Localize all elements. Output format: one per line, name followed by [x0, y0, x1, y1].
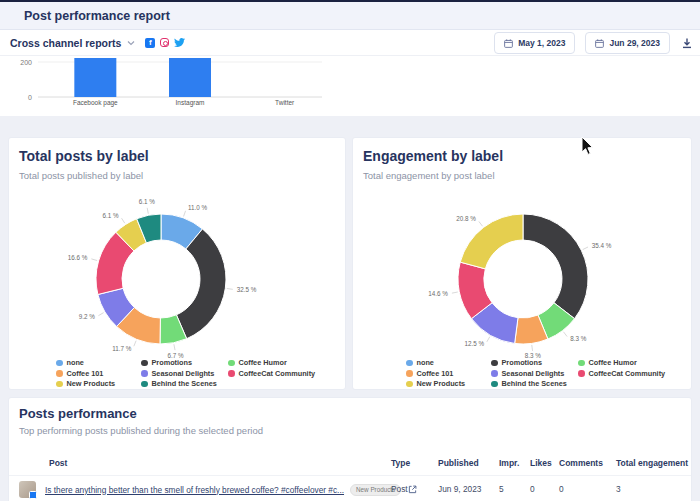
legend-item[interactable]: Coffee Humor — [228, 358, 315, 368]
table-row: Is there anything better than the smell … — [19, 480, 417, 499]
card-title: Posts performance — [19, 406, 137, 421]
legend-color-dot — [141, 360, 148, 367]
legend-label: none — [417, 358, 434, 367]
svg-text:0: 0 — [28, 94, 32, 101]
bar[interactable] — [74, 58, 116, 97]
legend-color-dot — [228, 370, 235, 377]
legend-color-dot — [491, 370, 498, 377]
svg-text:200: 200 — [20, 59, 32, 66]
table-divider — [9, 475, 691, 476]
column-header-published[interactable]: Published — [438, 458, 479, 468]
legend-color-dot — [141, 381, 148, 388]
card-subtitle: Top performing posts published during th… — [19, 425, 263, 436]
download-report-button[interactable] — [680, 36, 694, 50]
chart-legend: noneCoffee 101New ProductsPromotionsSeas… — [9, 358, 345, 390]
legend-item[interactable]: Coffee 101 — [406, 369, 465, 379]
legend-color-dot — [228, 360, 235, 367]
channel-icons: f — [145, 37, 185, 48]
legend-item[interactable]: CoffeeCat Community — [578, 369, 665, 379]
legend-item[interactable]: none — [406, 358, 465, 368]
post-performance-report-page: Post performance report Cross channel re… — [0, 0, 700, 501]
date-from-value: May 1, 2023 — [518, 38, 565, 48]
legend-label: Seasonal Delights — [502, 369, 565, 378]
svg-text:35.4 %: 35.4 % — [592, 242, 612, 249]
column-header-comments[interactable]: Comments — [559, 458, 603, 468]
legend-item[interactable]: Coffee 101 — [56, 369, 115, 379]
legend-item[interactable]: New Products — [56, 379, 115, 389]
legend-color-dot — [56, 360, 63, 367]
legend-item[interactable]: Behind the Scenes — [491, 379, 567, 389]
legend-item[interactable]: New Products — [406, 379, 465, 389]
column-header-likes[interactable]: Likes — [530, 458, 552, 468]
report-toolbar: Cross channel reports f May 1, 2023 — [0, 30, 700, 56]
legend-item[interactable]: Coffee Humor — [578, 358, 665, 368]
post-thumbnail[interactable] — [19, 481, 36, 498]
legend-item[interactable]: Behind the Scenes — [141, 379, 217, 389]
page-header: Post performance report — [0, 2, 700, 30]
svg-text:12.5 %: 12.5 % — [464, 340, 484, 347]
legend-item[interactable]: Promotions — [491, 358, 567, 368]
column-header-total-engagement[interactable]: Total engagement — [616, 458, 688, 468]
legend-label: none — [67, 358, 84, 367]
report-selector[interactable]: Cross channel reports — [10, 37, 135, 49]
total-posts-by-label-card: Total posts by label Total posts publish… — [8, 137, 346, 390]
legend-color-dot — [491, 360, 498, 367]
svg-text:14.6 %: 14.6 % — [428, 290, 448, 297]
card-subtitle: Total posts published by label — [19, 170, 143, 181]
chevron-down-icon — [127, 40, 135, 46]
instagram-icon[interactable] — [160, 38, 169, 47]
cell-comments: 0 — [559, 484, 564, 494]
date-from-button[interactable]: May 1, 2023 — [494, 32, 575, 54]
legend-label: CoffeeCat Community — [589, 369, 666, 378]
bar[interactable] — [169, 58, 211, 97]
legend-item[interactable]: Seasonal Delights — [491, 369, 567, 379]
legend-item[interactable]: Seasonal Delights — [141, 369, 217, 379]
svg-text:8.3 %: 8.3 % — [570, 335, 587, 342]
legend-label: Promotions — [152, 358, 193, 367]
legend-color-dot — [406, 370, 413, 377]
column-header-post[interactable]: Post — [49, 458, 67, 468]
legend-color-dot — [141, 370, 148, 377]
legend-color-dot — [578, 370, 585, 377]
legend-color-dot — [56, 381, 63, 388]
card-title: Engagement by label — [363, 148, 503, 164]
calendar-icon — [595, 39, 604, 48]
legend-item[interactable]: CoffeeCat Community — [228, 369, 315, 379]
cell-total-engagement: 3 — [616, 484, 621, 494]
legend-label: Coffee 101 — [417, 369, 454, 378]
column-header-type[interactable]: Type — [391, 458, 410, 468]
svg-text:32.5 %: 32.5 % — [237, 286, 257, 293]
post-link[interactable]: Is there anything better than the smell … — [45, 485, 344, 495]
legend-label: Coffee Humor — [239, 358, 287, 367]
svg-text:6.1 %: 6.1 % — [103, 212, 120, 219]
card-title: Total posts by label — [19, 148, 149, 164]
legend-item[interactable]: none — [56, 358, 115, 368]
svg-text:6.1 %: 6.1 % — [139, 198, 156, 205]
page-title: Post performance report — [24, 9, 170, 23]
cell-likes: 0 — [530, 484, 535, 494]
legend-color-dot — [406, 381, 413, 388]
column-header-impressions[interactable]: Impr. — [499, 458, 519, 468]
svg-text:Instagram: Instagram — [176, 99, 205, 107]
twitter-icon[interactable] — [174, 37, 185, 48]
legend-label: Seasonal Delights — [152, 369, 215, 378]
legend-item[interactable]: Promotions — [141, 358, 217, 368]
date-to-button[interactable]: Jun 29, 2023 — [585, 32, 670, 54]
engagement-donut-chart[interactable]: 35.4 %8.3 %8.3 %12.5 %14.6 %20.8 % — [353, 188, 691, 360]
cell-published: Jun 9, 2023 — [438, 484, 481, 494]
legend-label: Promotions — [502, 358, 543, 367]
external-link-icon[interactable] — [408, 485, 417, 494]
bar-chart-svg[interactable]: 0200Facebook pageInstagramTwitter — [0, 56, 700, 116]
pie-slice[interactable] — [523, 214, 588, 319]
cell-type: Post — [391, 484, 408, 494]
card-subtitle: Total engagement by post label — [363, 170, 495, 181]
legend-label: New Products — [417, 379, 466, 388]
svg-text:20.8 %: 20.8 % — [456, 215, 476, 222]
svg-text:11.0 %: 11.0 % — [188, 204, 208, 211]
total-posts-donut-chart[interactable]: 11.0 %32.5 %6.7 %11.7 %9.2 %16.6 %6.1 %6… — [9, 188, 345, 360]
posts-by-channel-chart-card: 0200Facebook pageInstagramTwitter — [0, 56, 700, 116]
facebook-icon[interactable]: f — [145, 38, 155, 48]
legend-color-dot — [406, 360, 413, 367]
engagement-by-label-card: Engagement by label Total engagement by … — [352, 137, 692, 390]
legend-label: Behind the Scenes — [152, 379, 217, 388]
